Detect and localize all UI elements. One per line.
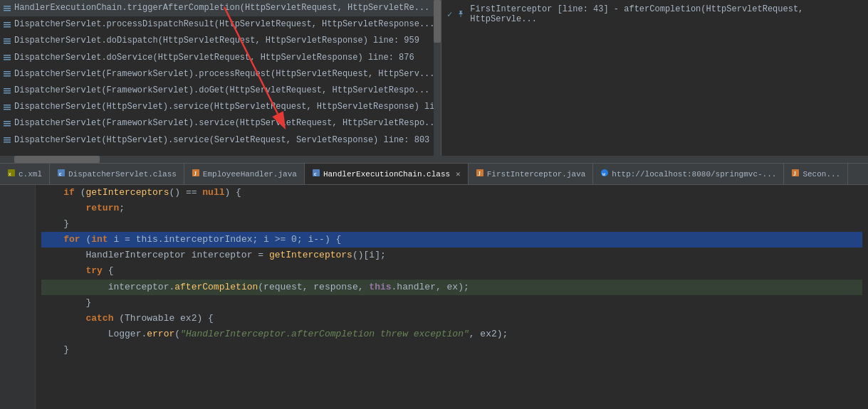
tab-first-interceptor[interactable]: JFirstInterceptor.java	[469, 164, 594, 184]
line-number	[6, 257, 29, 272]
code-token: HandlerInterceptor	[85, 250, 185, 260]
code-line: try {	[41, 263, 862, 279]
tab-handler-chain[interactable]: cHandlerExecutionChain.class✕	[305, 164, 469, 184]
stack-item-text: HandlerExecutionChain.triggerAfterComple…	[14, 1, 429, 15]
svg-rect-25	[4, 139, 11, 141]
code-token: ==	[180, 187, 202, 198]
code-token: Throwable	[125, 313, 174, 324]
svg-rect-8	[4, 43, 11, 44]
stack-item-text: DispatcherServlet(FrameworkServlet).doGe…	[14, 84, 429, 97]
svg-rect-19	[4, 107, 11, 108]
svg-rect-16	[4, 90, 11, 92]
code-line: HandlerInterceptor interceptor = getInte…	[41, 248, 862, 263]
stack-item[interactable]: DispatcherServlet(FrameworkServlet).doGe…	[0, 83, 441, 99]
code-editor: if (getInterceptors() == null) { return;…	[0, 185, 868, 409]
line-number	[6, 330, 29, 344]
svg-rect-24	[4, 137, 11, 139]
debug-frame-text: FirstInterceptor [line: 43] - afterCompl…	[470, 4, 862, 24]
stack-trace-panel: HandlerExecutionChain.triggerAfterComple…	[0, 0, 868, 164]
code-token: this	[369, 282, 391, 292]
line-number	[6, 185, 29, 199]
stack-frame-icon	[3, 53, 11, 62]
code-token: }	[63, 218, 69, 229]
stack-item[interactable]: DispatcherServlet.processDispatchResult(…	[0, 16, 441, 33]
code-indent	[41, 282, 108, 292]
code-token: interceptor =	[186, 250, 269, 260]
tab-close-icon[interactable]: ✕	[456, 169, 461, 179]
svg-text:J: J	[793, 171, 796, 177]
stack-item[interactable]: DispatcherServlet(FrameworkServlet).serv…	[0, 115, 441, 132]
code-token: (	[80, 234, 92, 245]
tab-icon-class: c	[312, 169, 320, 179]
tab-icon-java: J	[192, 169, 200, 179]
code-indent	[41, 203, 85, 213]
stack-frame-icon	[3, 87, 11, 95]
tab-xml[interactable]: xc.xml	[0, 164, 50, 184]
code-token: try	[85, 265, 102, 276]
debug-frame-line: ✓ 🖈 FirstInterceptor [line: 43] - afterC…	[447, 4, 862, 24]
code-indent	[41, 234, 63, 245]
debug-checkbox[interactable]: ✓	[447, 9, 452, 20]
svg-rect-18	[4, 105, 11, 106]
tab-employee[interactable]: JEmployeeHandler.java	[184, 164, 305, 184]
stack-item[interactable]: HandlerExecutionChain.triggerAfterComple…	[0, 0, 441, 16]
stack-item-text: DispatcherServlet.doService(HttpServletR…	[14, 51, 414, 65]
svg-rect-20	[4, 109, 11, 110]
code-token: }	[85, 297, 91, 308]
stack-frame-icon	[3, 4, 11, 13]
code-indent	[41, 313, 85, 324]
stack-item[interactable]: DispatcherServlet.doService(HttpServletR…	[0, 50, 441, 66]
svg-rect-14	[4, 75, 11, 77]
stack-item[interactable]: DispatcherServlet(HttpServlet).service(S…	[0, 132, 441, 149]
code-token: Logger	[108, 329, 142, 339]
svg-rect-11	[4, 59, 11, 60]
svg-rect-26	[4, 142, 11, 143]
code-token: (request, response,	[258, 282, 369, 292]
stack-item-text: DispatcherServlet(HttpServlet).service(H…	[14, 100, 438, 114]
stack-scrollbar-v[interactable]	[434, 0, 441, 163]
tab-icon-java: J	[476, 169, 484, 179]
tab-dispatcher[interactable]: cDispatcherServlet.class	[50, 164, 184, 184]
stack-trace-left[interactable]: HandlerExecutionChain.triggerAfterComple…	[0, 0, 441, 163]
svg-text:J: J	[478, 171, 481, 177]
tab-second[interactable]: JSecon...	[784, 164, 848, 184]
code-token: if	[63, 187, 75, 198]
stack-scrollbar-thumb-v[interactable]	[434, 0, 441, 43]
code-token: }	[41, 344, 69, 355]
svg-rect-5	[4, 26, 11, 28]
tab-label-second: Secon...	[802, 170, 840, 179]
svg-rect-1	[4, 8, 11, 9]
code-token: i =	[108, 234, 136, 245]
stack-item-text: DispatcherServlet(FrameworkServlet).proc…	[14, 68, 435, 81]
stack-items-list: HandlerExecutionChain.triggerAfterComple…	[0, 0, 441, 149]
code-token: return	[85, 203, 119, 213]
stack-item[interactable]: DispatcherServlet(HttpServlet).service(H…	[0, 99, 441, 115]
code-indent	[41, 297, 85, 308]
code-token: {	[103, 265, 114, 276]
code-line: Logger.error("HandlerInterceptor.afterCo…	[41, 326, 862, 342]
code-token: ()	[169, 187, 180, 198]
tab-icon-xml: x	[7, 169, 16, 179]
stack-frame-icon	[3, 70, 11, 78]
code-indent	[41, 329, 108, 339]
line-number	[6, 214, 29, 228]
stack-frame-icon	[3, 21, 11, 29]
stack-item[interactable]: DispatcherServlet.doDispatch(HttpServlet…	[0, 33, 441, 49]
line-number	[6, 287, 29, 301]
stack-item[interactable]: DispatcherServlet(FrameworkServlet).proc…	[0, 66, 441, 83]
svg-text:c: c	[59, 171, 62, 177]
right-scrollbar-h[interactable]	[441, 156, 868, 163]
code-token: ;	[119, 203, 125, 213]
tab-icon-java: J	[791, 169, 800, 179]
stack-frame-icon	[3, 136, 11, 144]
code-line: }	[41, 295, 862, 311]
code-line: catch (Throwable ex2) {	[41, 311, 862, 326]
code-token: ex2) {	[174, 313, 214, 324]
debug-frame-info: ✓ 🖈 FirstInterceptor [line: 43] - afterC…	[441, 0, 868, 28]
svg-rect-9	[4, 55, 11, 56]
svg-rect-6	[4, 38, 11, 40]
code-line: for (int i = this.interceptorIndex; i >=…	[41, 232, 862, 248]
tab-localhost[interactable]: whttp://localhost:8080/springmvc-...	[593, 164, 784, 184]
code-token: getInterceptors	[85, 187, 169, 198]
svg-rect-22	[4, 123, 11, 124]
